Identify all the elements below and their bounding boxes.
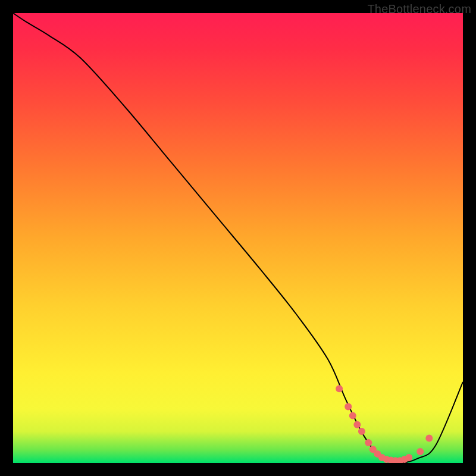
chart-frame: TheBottleneck.com	[0, 0, 476, 476]
optimal-marker	[336, 385, 343, 392]
optimal-marker	[353, 421, 361, 428]
optimal-marker	[416, 448, 424, 455]
optimal-marker	[358, 428, 365, 435]
optimal-marker	[365, 439, 372, 446]
gradient-background	[13, 13, 463, 463]
optimal-marker	[349, 412, 356, 419]
optimal-marker	[405, 454, 412, 461]
chart-svg	[13, 13, 463, 463]
optimal-marker	[425, 434, 433, 441]
optimal-marker	[345, 403, 352, 411]
chart-plot-area	[13, 13, 463, 463]
